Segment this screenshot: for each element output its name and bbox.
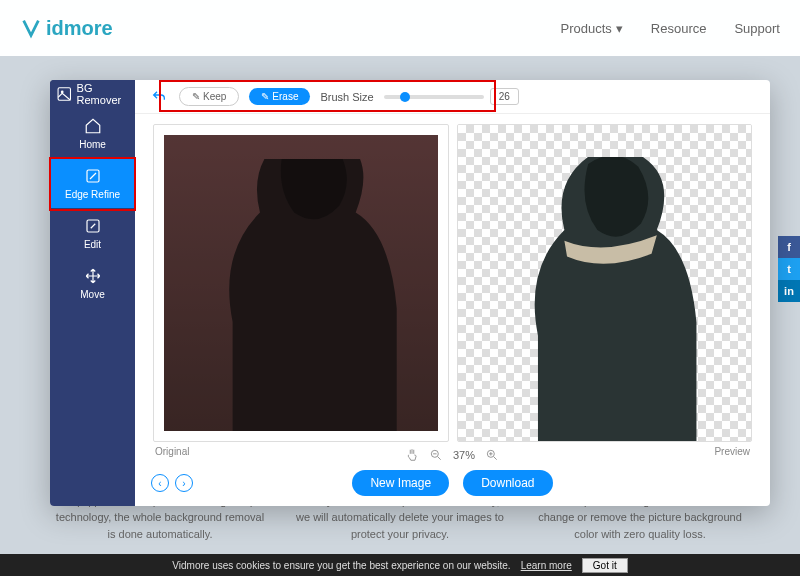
brush-size-slider[interactable] [384, 95, 484, 99]
cookie-text: Vidmore uses cookies to ensure you get t… [172, 560, 510, 571]
erase-icon: ✎ [261, 91, 269, 102]
cutout-image [472, 157, 736, 441]
editor-modal: BG Remover Home Edge Refine Edit Move ✎ … [50, 80, 770, 506]
cookie-learn-more[interactable]: Learn more [521, 560, 572, 571]
slider-thumb[interactable] [400, 92, 410, 102]
facebook-icon[interactable]: f [778, 236, 800, 258]
editor-title: BG Remover [50, 80, 135, 108]
prev-image-button[interactable]: ‹ [151, 474, 169, 492]
nav-products[interactable]: Products▾ [561, 21, 623, 36]
sidebar-item-move[interactable]: Move [50, 258, 135, 308]
undo-icon [151, 89, 167, 105]
twitter-icon[interactable]: t [778, 258, 800, 280]
brand-logo[interactable]: idmore [20, 17, 113, 40]
editor-toolbar: ✎ Keep ✎ Erase Brush Size 26 [135, 80, 770, 114]
image-icon [56, 85, 73, 103]
keep-label: Keep [203, 91, 226, 102]
site-header: idmore Products▾ Resource Support [0, 0, 800, 56]
erase-button[interactable]: ✎ Erase [249, 88, 310, 105]
edit-icon [84, 217, 102, 235]
person-silhouette [164, 159, 438, 431]
panel-labels: Original 37% Preview [135, 442, 770, 462]
sidebar-item-home[interactable]: Home [50, 108, 135, 158]
keep-button[interactable]: ✎ Keep [179, 87, 239, 106]
brush-size-label: Brush Size [320, 91, 373, 103]
download-button[interactable]: Download [463, 470, 552, 496]
nav-resource[interactable]: Resource [651, 21, 707, 36]
brush-size-value: 26 [490, 88, 519, 105]
zoom-value: 37% [453, 449, 475, 461]
original-image [164, 135, 438, 431]
brand-icon [20, 17, 42, 39]
zoom-out-icon[interactable] [429, 448, 443, 462]
image-nav: ‹ › [151, 474, 193, 492]
move-icon [84, 267, 102, 285]
undo-button[interactable] [149, 87, 169, 107]
chevron-down-icon: ▾ [616, 21, 623, 36]
preview-label: Preview [714, 446, 750, 462]
sidebar-item-label: Move [80, 289, 104, 300]
sidebar-item-label: Edge Refine [65, 189, 120, 200]
sidebar-item-edit[interactable]: Edit [50, 208, 135, 258]
cookie-banner: Vidmore uses cookies to ensure you get t… [0, 554, 800, 576]
preview-panel[interactable] [457, 124, 753, 442]
sidebar-item-edge-refine[interactable]: Edge Refine [50, 158, 135, 208]
edge-refine-icon [84, 167, 102, 185]
sidebar-item-label: Edit [84, 239, 101, 250]
sidebar-item-label: Home [79, 139, 106, 150]
next-image-button[interactable]: › [175, 474, 193, 492]
editor-sidebar: BG Remover Home Edge Refine Edit Move [50, 80, 135, 506]
bottom-actions: ‹ › New Image Download [135, 462, 770, 506]
zoom-controls: 37% [405, 448, 499, 462]
zoom-in-icon[interactable] [485, 448, 499, 462]
nav-support[interactable]: Support [734, 21, 780, 36]
social-rail: f t in [778, 236, 800, 302]
pan-icon[interactable] [405, 448, 419, 462]
keep-icon: ✎ [192, 91, 200, 102]
cookie-accept-button[interactable]: Got it [582, 558, 628, 573]
editor-main: ✎ Keep ✎ Erase Brush Size 26 [135, 80, 770, 506]
new-image-button[interactable]: New Image [352, 470, 449, 496]
erase-label: Erase [272, 91, 298, 102]
original-label: Original [155, 446, 189, 462]
original-panel[interactable] [153, 124, 449, 442]
canvas-area [135, 114, 770, 442]
home-icon [84, 117, 102, 135]
brand-text: idmore [46, 17, 113, 40]
linkedin-icon[interactable]: in [778, 280, 800, 302]
